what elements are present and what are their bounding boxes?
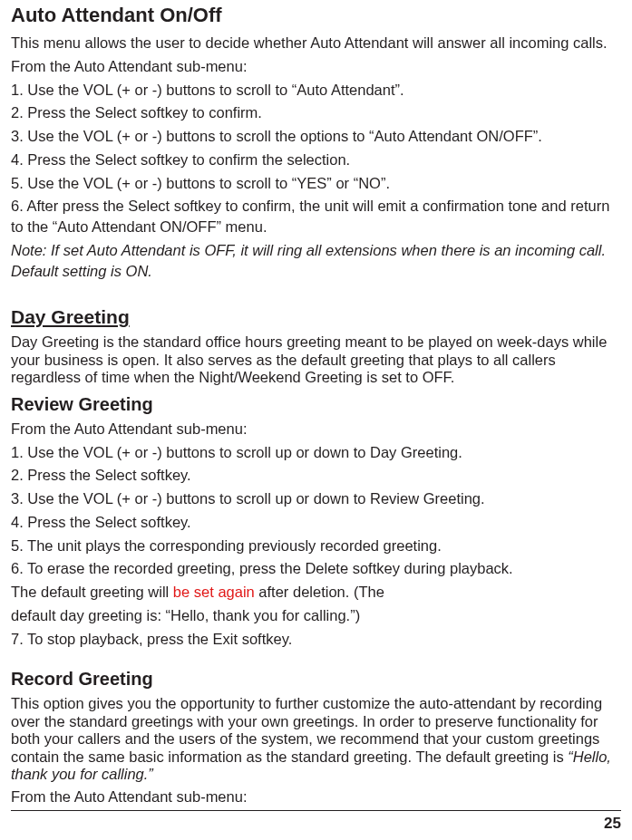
document-page: Auto Attendant On/Off This menu allows t… — [0, 0, 632, 840]
list-item: 7. To stop playback, press the Exit soft… — [11, 629, 621, 650]
heading-day-greeting: Day Greeting — [11, 306, 621, 328]
text-fragment: after deletion. (The — [255, 584, 384, 600]
list-item: 3. Use the VOL (+ or -) buttons to scrol… — [11, 126, 621, 147]
list-item: 1. Use the VOL (+ or -) buttons to scrol… — [11, 442, 621, 463]
body-text: From the Auto Attendant sub-menu: — [11, 56, 621, 77]
list-item: 2. Press the Select softkey to confirm. — [11, 102, 621, 123]
body-text: Day Greeting is the standard office hour… — [11, 333, 621, 386]
body-text: The default greeting will be set again a… — [11, 582, 621, 603]
text-fragment: This option gives you the opportunity to… — [11, 695, 602, 764]
heading-record-greeting: Record Greeting — [11, 669, 621, 690]
list-item: 1. Use the VOL (+ or -) buttons to scrol… — [11, 80, 621, 101]
highlight-text: be set again — [173, 584, 255, 600]
footer-rule — [11, 810, 621, 811]
list-item: 5. The unit plays the corresponding prev… — [11, 536, 621, 556]
list-item: 2. Press the Select softkey. — [11, 465, 621, 486]
list-item: 3. Use the VOL (+ or -) buttons to scrol… — [11, 488, 621, 509]
list-item: 6. After press the Select softkey to con… — [11, 196, 621, 237]
heading-auto-attendant-onoff: Auto Attendant On/Off — [11, 4, 621, 27]
list-item: 4. Press the Select softkey. — [11, 512, 621, 533]
paragraph-block: Day Greeting is the standard office hour… — [11, 333, 621, 386]
list-item: 5. Use the VOL (+ or -) buttons to scrol… — [11, 173, 621, 194]
body-text: default day greeting is: “Hello, thank y… — [11, 605, 621, 626]
body-text: From the Auto Attendant sub-menu: — [11, 419, 621, 439]
list-item: 4. Press the Select softkey to confirm t… — [11, 150, 621, 170]
text-fragment: The default greeting will — [11, 584, 173, 600]
page-number: 25 — [11, 815, 621, 833]
body-text: From the Auto Attendant sub-menu: — [11, 787, 621, 807]
body-text: This menu allows the user to decide whet… — [11, 33, 621, 53]
body-text: This option gives you the opportunity to… — [11, 695, 621, 783]
list-item: 6. To erase the recorded greeting, press… — [11, 558, 621, 579]
page-footer: 25 — [11, 810, 621, 833]
heading-review-greeting: Review Greeting — [11, 394, 621, 415]
note-text: Note: If set Auto Attendant is OFF, it w… — [11, 240, 621, 282]
paragraph-block: This option gives you the opportunity to… — [11, 695, 621, 783]
